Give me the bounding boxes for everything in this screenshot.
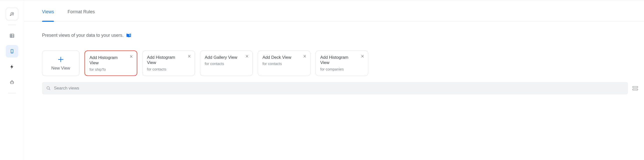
view-suggestions-row: New View Add Histogram View for shipTo A… [24,38,644,76]
svg-point-11 [11,82,12,83]
close-icon [188,54,191,58]
bolt-icon [10,64,14,69]
suggestion-subtitle: for companies [320,67,358,71]
tab-format-rules[interactable]: Format Rules [68,9,95,22]
robot-icon [10,80,14,85]
nav-actions[interactable] [6,60,18,73]
svg-point-0 [12,13,12,14]
suggestion-subtitle: for shipTo [90,67,127,72]
svg-line-33 [49,89,50,90]
dismiss-suggestion-button[interactable] [128,54,134,60]
suggestion-card[interactable]: Add Histogram View for shipTo [84,50,137,76]
layout-toggle-row-icon [632,89,638,90]
close-icon [245,54,249,58]
dismiss-suggestion-button[interactable] [186,53,192,59]
suggestion-card[interactable]: Add Deck View for contacts [258,50,310,76]
layout-toggle-button[interactable] [632,86,638,90]
tab-views[interactable]: Views [42,9,54,22]
rail-divider [8,25,16,25]
table-icon [10,33,14,38]
suggestion-subtitle: for contacts [205,62,242,66]
dismiss-suggestion-button[interactable] [244,53,250,59]
plus-icon [57,56,64,64]
left-nav-rail [0,0,24,160]
search-input[interactable] [54,86,624,91]
suggestion-subtitle: for contacts [262,62,300,66]
book-icon [126,33,132,38]
suggestion-title: Add Gallery View [205,55,242,60]
suggestion-card[interactable]: Add Gallery View for contacts [200,50,253,76]
new-view-card[interactable]: New View [42,50,80,76]
suggestion-title: Add Histogram View [147,55,185,66]
dismiss-suggestion-button[interactable] [360,53,366,59]
suggestion-card[interactable]: Add Histogram View for contacts [142,50,195,76]
rail-divider [8,93,16,93]
svg-point-12 [12,82,13,83]
nav-bots[interactable] [6,76,18,88]
close-icon [303,54,306,58]
nav-views[interactable] [6,45,18,58]
search-box[interactable] [42,82,628,94]
close-icon [361,54,364,58]
svg-rect-19 [129,36,130,36]
suggestion-title: Add Histogram View [90,55,127,66]
rocket-icon [10,12,14,16]
nav-data[interactable] [6,30,18,42]
suggestion-title: Add Deck View [262,55,300,60]
help-docs-link[interactable] [126,33,132,38]
nav-deploy[interactable] [6,8,18,20]
suggestion-subtitle: for contacts [147,67,185,71]
svg-rect-17 [129,34,130,34]
layout-toggle-row-icon [632,86,638,88]
close-icon [130,55,133,58]
search-row [42,82,640,94]
main-panel: Views Format Rules Present views of your… [24,0,644,160]
suggestion-title: Add Histogram View [320,55,358,66]
new-view-label: New View [51,66,70,71]
suggestion-card[interactable]: Add Histogram View for companies [316,50,368,76]
search-icon [46,86,51,91]
dismiss-suggestion-button[interactable] [302,53,308,59]
tabbar: Views Format Rules [24,0,644,22]
svg-rect-18 [129,35,130,35]
section-description: Present views of your data to your users… [24,22,644,38]
svg-rect-10 [10,82,14,84]
svg-rect-4 [10,34,14,37]
description-text: Present views of your data to your users… [42,33,124,38]
phone-icon [10,49,14,54]
